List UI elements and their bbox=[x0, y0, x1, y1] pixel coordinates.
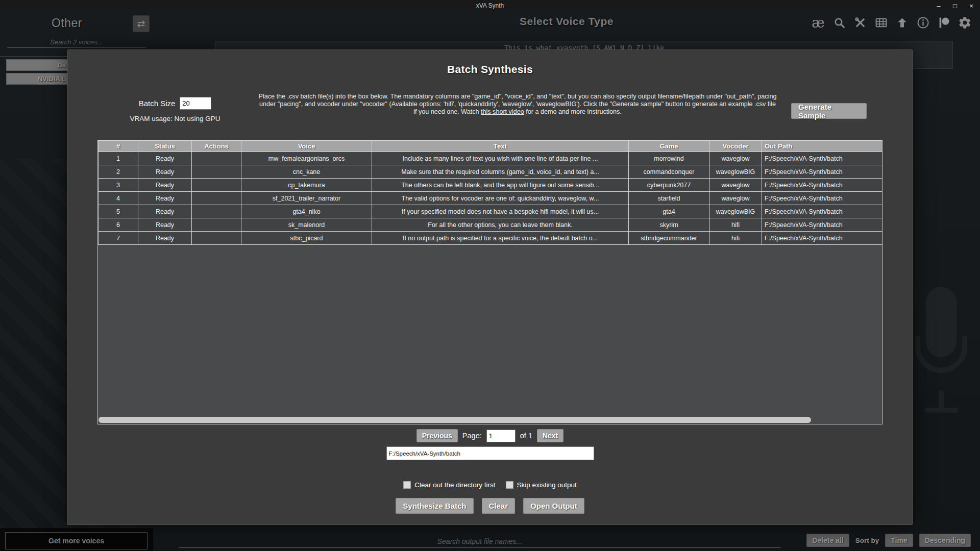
cell-voice: stbc_picard bbox=[241, 232, 372, 245]
cell-vocoder: waveglow bbox=[709, 192, 762, 205]
vram-usage-label: VRAM usage: Not using GPU bbox=[130, 115, 220, 122]
skip-existing-label: Skip existing output bbox=[517, 481, 577, 489]
cell-outpath: F:/Speech/xVA-Synth/batch bbox=[762, 218, 883, 232]
batch-table-container: #StatusActionsVoiceTextGameVocoderOut Pa… bbox=[97, 140, 883, 424]
window-controls: – □ × bbox=[934, 0, 976, 11]
cell-outpath: F:/Speech/xVA-Synth/batch bbox=[762, 205, 883, 218]
cell-num: 5 bbox=[99, 205, 138, 218]
batch-table: #StatusActionsVoiceTextGameVocoderOut Pa… bbox=[98, 140, 883, 245]
cell-num: 4 bbox=[99, 192, 138, 205]
clear-directory-checkbox[interactable] bbox=[403, 481, 411, 489]
maximize-button[interactable]: □ bbox=[950, 2, 960, 10]
cell-text: For all the other options, you can leave… bbox=[372, 218, 629, 232]
cell-game: commandconquer bbox=[629, 165, 709, 179]
close-button[interactable]: × bbox=[967, 2, 976, 10]
batch-size-block: Batch Size VRAM usage: Not using GPU bbox=[83, 97, 267, 122]
table-header-row: #StatusActionsVoiceTextGameVocoderOut Pa… bbox=[99, 141, 883, 152]
scrollbar-thumb[interactable] bbox=[99, 417, 811, 423]
cell-game: starfield bbox=[629, 192, 709, 205]
clear-button[interactable]: Clear bbox=[482, 498, 516, 514]
cell-game: gta4 bbox=[629, 205, 709, 218]
clear-directory-label: Clear out the directory first bbox=[414, 481, 495, 489]
cell-game: stbridgecommander bbox=[629, 232, 709, 245]
cell-voice: sk_malenord bbox=[241, 218, 372, 232]
cell-vocoder: waveglow bbox=[709, 179, 762, 192]
clear-directory-option: Clear out the directory first bbox=[403, 481, 495, 489]
cell-vocoder: waveglowBIG bbox=[709, 205, 762, 218]
cell-actions bbox=[192, 205, 241, 218]
cell-outpath: F:/Speech/xVA-Synth/batch bbox=[762, 232, 883, 245]
cell-actions bbox=[192, 232, 241, 245]
cell-text: Make sure that the required columns (gam… bbox=[372, 165, 629, 179]
previous-page-button[interactable]: Previous bbox=[416, 429, 458, 442]
cell-text: If no output path is specified for a spe… bbox=[372, 232, 629, 245]
column-header-text: Text bbox=[372, 141, 629, 152]
column-header-num: # bbox=[99, 141, 138, 152]
batch-size-input[interactable] bbox=[180, 97, 211, 110]
skip-existing-checkbox[interactable] bbox=[506, 481, 513, 489]
cell-voice: cp_takemura bbox=[241, 179, 372, 192]
table-row: 6Readysk_malenordFor all the other optio… bbox=[99, 218, 883, 232]
table-row: 4Readysf_2021_trailer_narratorThe valid … bbox=[99, 192, 883, 205]
instructions-text: Place the .csv batch file(s) into the bo… bbox=[258, 93, 777, 116]
modal-action-buttons: Synthesize Batch Clear Open Output bbox=[68, 498, 912, 514]
pagination: Previous Page: of 1 Next bbox=[68, 429, 912, 442]
next-page-button[interactable]: Next bbox=[537, 429, 564, 442]
open-output-button[interactable]: Open Output bbox=[523, 498, 584, 514]
cell-status: Ready bbox=[138, 152, 192, 165]
cell-num: 6 bbox=[99, 218, 138, 232]
cell-outpath: F:/Speech/xVA-Synth/batch bbox=[762, 152, 883, 165]
cell-actions bbox=[192, 165, 241, 179]
column-header-voice: Voice bbox=[241, 141, 372, 152]
cell-voice: cnc_kane bbox=[241, 165, 372, 179]
title-bar: xVA Synth – □ × bbox=[0, 0, 980, 11]
synthesize-batch-button[interactable]: Synthesize Batch bbox=[396, 498, 473, 514]
cell-status: Ready bbox=[138, 192, 192, 205]
page-number-input[interactable] bbox=[486, 430, 516, 442]
cell-actions bbox=[192, 218, 241, 232]
cell-status: Ready bbox=[138, 179, 192, 192]
cell-num: 1 bbox=[99, 152, 138, 165]
cell-status: Ready bbox=[138, 205, 192, 218]
cell-actions bbox=[192, 152, 241, 165]
window-title: xVA Synth bbox=[476, 2, 504, 9]
skip-existing-option: Skip existing output bbox=[506, 481, 577, 489]
column-header-outpath: Out Path bbox=[762, 141, 883, 152]
column-header-status: Status bbox=[138, 141, 192, 152]
cell-outpath: F:/Speech/xVA-Synth/batch bbox=[762, 165, 883, 179]
batch-synthesis-modal: Batch Synthesis Batch Size VRAM usage: N… bbox=[67, 49, 913, 525]
cell-text: The valid options for vocoder are one of… bbox=[372, 192, 629, 205]
cell-vocoder: waveglowBIG bbox=[709, 165, 762, 179]
short-video-link[interactable]: this short video bbox=[481, 108, 524, 115]
cell-text: If your specified model does not have a … bbox=[372, 205, 629, 218]
cell-text: The others can be left blank, and the ap… bbox=[372, 179, 629, 192]
table-row: 5Readygta4_nikoIf your specified model d… bbox=[99, 205, 883, 218]
cell-vocoder: waveglow bbox=[709, 152, 762, 165]
output-path-row bbox=[68, 446, 912, 460]
cell-game: morrowind bbox=[629, 152, 709, 165]
column-header-actions: Actions bbox=[192, 141, 241, 152]
cell-num: 2 bbox=[99, 165, 138, 179]
cell-num: 3 bbox=[99, 179, 138, 192]
cell-actions bbox=[192, 192, 241, 205]
horizontal-scrollbar bbox=[99, 417, 881, 423]
batch-size-label: Batch Size bbox=[139, 99, 176, 108]
table-row: 2Readycnc_kaneMake sure that the require… bbox=[99, 165, 883, 179]
cell-status: Ready bbox=[138, 218, 192, 232]
output-path-input[interactable] bbox=[386, 446, 594, 460]
minimize-button[interactable]: – bbox=[934, 2, 943, 10]
generate-sample-button[interactable]: Generate Sample bbox=[791, 103, 867, 119]
app-window: xVA Synth – □ × æ Ot bbox=[0, 0, 980, 551]
column-header-vocoder: Vocoder bbox=[709, 141, 762, 152]
cell-outpath: F:/Speech/xVA-Synth/batch bbox=[762, 192, 883, 205]
column-header-game: Game bbox=[629, 141, 709, 152]
page-count-label: of 1 bbox=[520, 432, 532, 440]
table-row: 7Readystbc_picardIf no output path is sp… bbox=[99, 232, 883, 245]
instructions-post: for a demo and more instructions. bbox=[524, 108, 622, 115]
table-row: 3Readycp_takemuraThe others can be left … bbox=[99, 179, 883, 192]
cell-status: Ready bbox=[138, 232, 192, 245]
modal-title: Batch Synthesis bbox=[68, 63, 912, 76]
cell-voice: sf_2021_trailer_narrator bbox=[241, 192, 372, 205]
options-row: Clear out the directory first Skip exist… bbox=[68, 481, 912, 489]
cell-outpath: F:/Speech/xVA-Synth/batch bbox=[762, 179, 883, 192]
